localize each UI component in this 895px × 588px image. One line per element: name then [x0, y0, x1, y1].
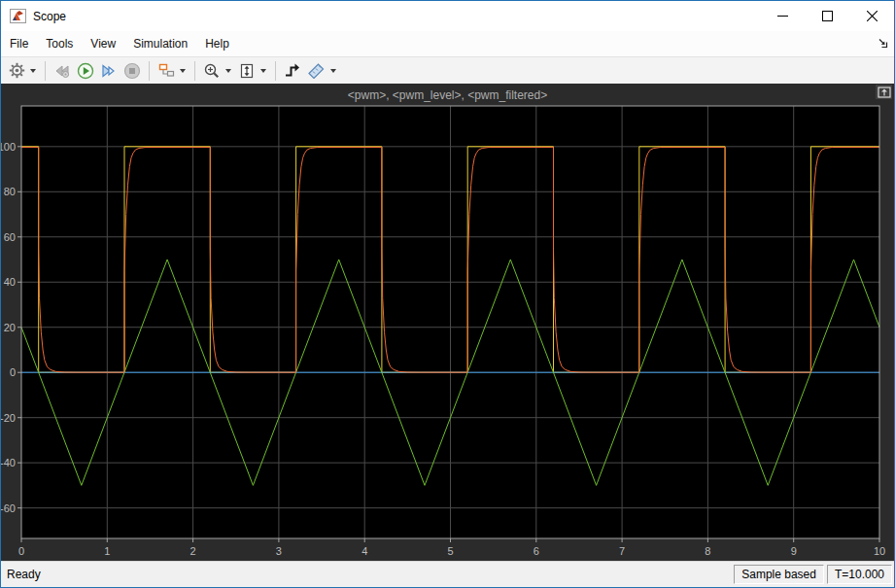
status-bar: Ready Sample based T=10.000 [1, 561, 894, 587]
maximize-axes-button[interactable] [876, 85, 892, 99]
status-message: Ready [7, 568, 731, 581]
run-icon [77, 62, 94, 80]
x-tick-label: 7 [619, 545, 625, 557]
fit-dropdown-caret[interactable] [260, 69, 266, 73]
scope-window: Scope File Tools View Simulation Help [0, 0, 895, 588]
configuration-dropdown-caret[interactable] [30, 69, 36, 73]
y-tick-label: 20 [4, 322, 16, 333]
matlab-scope-icon [10, 9, 26, 23]
y-tick-label: -40 [1, 457, 16, 468]
simulation-time-indicator: T=10.000 [827, 565, 892, 584]
measurements-dropdown-caret[interactable] [330, 69, 336, 73]
stop-button[interactable] [120, 59, 144, 83]
x-tick-label: 8 [705, 545, 710, 557]
plot-title: <pwm>, <pwm_level>, <pwm_filtered> [1, 88, 894, 102]
trigger-button[interactable] [281, 59, 304, 83]
x-tick-label: 3 [276, 545, 282, 557]
y-tick-label: 40 [4, 276, 16, 288]
x-tick-label: 9 [791, 545, 797, 557]
stop-icon [123, 62, 141, 80]
menu-simulation[interactable]: Simulation [124, 33, 196, 54]
menu-tools[interactable]: Tools [37, 33, 82, 54]
fit-to-view-button[interactable] [235, 59, 258, 83]
measurements-button[interactable] [304, 59, 328, 83]
toolbar-separator [149, 61, 150, 81]
window-controls [760, 1, 894, 31]
step-forward-button[interactable] [97, 59, 120, 83]
menu-help[interactable]: Help [196, 33, 238, 54]
step-back-icon [53, 63, 71, 79]
close-button[interactable] [849, 1, 894, 31]
maximize-axes-icon [878, 86, 891, 98]
close-icon [867, 11, 878, 21]
x-tick-label: 10 [874, 545, 885, 557]
toolbar [1, 56, 894, 84]
title-bar[interactable]: Scope [1, 1, 894, 31]
ruler-icon [307, 62, 326, 79]
toolbar-separator [45, 61, 46, 81]
y-tick-label: 0 [10, 366, 16, 378]
zoom-in-button[interactable] [200, 59, 224, 83]
zoom-dropdown-caret[interactable] [225, 69, 231, 73]
run-button[interactable] [74, 59, 97, 83]
highlight-simulink-block-button[interactable] [155, 59, 178, 83]
menu-view[interactable]: View [82, 33, 124, 54]
x-tick-label: 2 [190, 545, 196, 557]
menu-bar: File Tools View Simulation Help [1, 31, 894, 56]
minimize-button[interactable] [760, 1, 805, 31]
fit-to-view-icon [238, 62, 256, 80]
sample-mode-indicator: Sample based [734, 565, 824, 584]
simulink-blocks-icon [157, 62, 175, 79]
x-tick-label: 0 [18, 545, 24, 557]
x-tick-label: 1 [104, 545, 110, 557]
y-tick-label: -20 [1, 412, 16, 424]
y-tick-label: 80 [4, 186, 16, 197]
maximize-button[interactable] [805, 1, 849, 31]
scope-plot-canvas[interactable]: 012345678910-60-40-20020406080100 [1, 84, 894, 561]
dock-scope-icon[interactable] [878, 38, 888, 52]
minimize-icon [777, 11, 788, 21]
window-title: Scope [33, 10, 66, 23]
x-tick-label: 4 [361, 545, 367, 557]
maximize-icon [822, 11, 833, 21]
step-forward-icon [100, 63, 118, 79]
y-tick-label: -60 [1, 502, 16, 514]
x-tick-label: 5 [447, 545, 453, 557]
step-back-button[interactable] [51, 59, 74, 83]
y-tick-label: 100 [1, 141, 16, 153]
scope-display: <pwm>, <pwm_level>, <pwm_filtered> 01234… [1, 84, 894, 561]
gear-icon [9, 62, 25, 79]
simulink-blocks-dropdown-caret[interactable] [180, 69, 186, 73]
toolbar-separator [194, 61, 195, 81]
toolbar-separator [275, 61, 276, 81]
configuration-button[interactable] [5, 59, 28, 83]
x-tick-label: 6 [534, 545, 539, 557]
trigger-icon [284, 62, 301, 79]
menu-file[interactable]: File [1, 33, 37, 54]
y-tick-label: 60 [4, 231, 16, 243]
zoom-in-icon [203, 62, 221, 80]
